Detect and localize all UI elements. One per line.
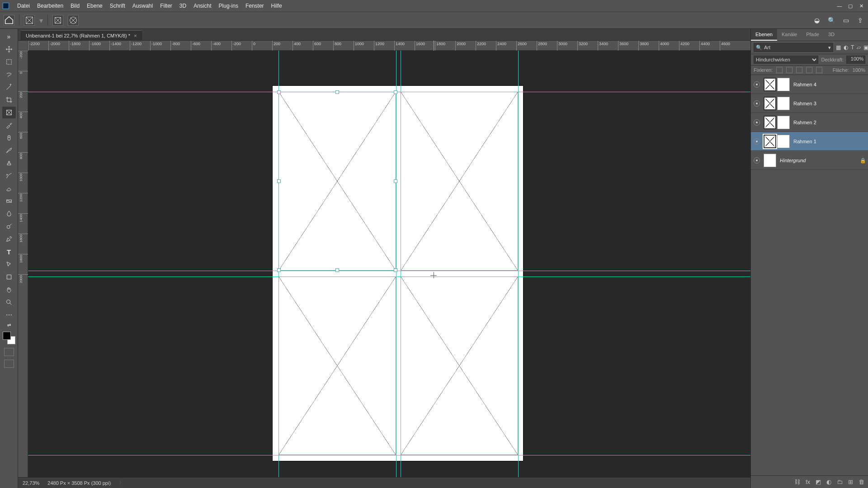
brush-tool[interactable]	[2, 145, 16, 156]
selection-handle[interactable]	[277, 90, 281, 94]
lasso-tool[interactable]	[2, 69, 16, 80]
layer-frame-thumb[interactable]	[764, 78, 776, 91]
frame-ellipse-icon[interactable]	[68, 15, 79, 26]
lock-all-icon[interactable]	[816, 67, 822, 73]
clone-stamp-tool[interactable]	[2, 157, 16, 169]
search-icon[interactable]: 🔍	[827, 16, 835, 24]
fill-value[interactable]: 100%	[853, 67, 865, 73]
layer-content-thumb[interactable]	[777, 116, 790, 129]
guide-vertical[interactable]	[396, 51, 396, 477]
home-button[interactable]	[4, 15, 14, 26]
collapse-tools-icon[interactable]: »	[2, 31, 16, 42]
blur-tool[interactable]	[2, 208, 16, 220]
crop-tool[interactable]	[2, 94, 16, 106]
layer-name[interactable]: Rahmen 3	[793, 101, 865, 106]
dodge-tool[interactable]	[2, 221, 16, 232]
layer-row[interactable]: Rahmen 2	[751, 113, 868, 132]
healing-brush-tool[interactable]	[2, 132, 16, 144]
layer-visibility-toggle[interactable]	[754, 100, 760, 107]
filter-shape-icon[interactable]: ▱	[857, 44, 861, 51]
path-selection-tool[interactable]	[2, 258, 16, 270]
layer-content-thumb[interactable]	[777, 135, 790, 148]
share-icon[interactable]: ⇪	[856, 16, 864, 24]
lock-transparency-icon[interactable]	[776, 67, 783, 73]
edit-toolbar-icon[interactable]: ⋯	[2, 309, 16, 321]
magic-wand-tool[interactable]	[2, 81, 16, 93]
layer-visibility-toggle[interactable]	[754, 81, 760, 88]
blend-mode-select[interactable]: Hindurchwirken	[754, 56, 818, 64]
guide-vertical[interactable]	[518, 51, 519, 477]
history-brush-tool[interactable]	[2, 170, 16, 182]
layer-group-icon[interactable]: 🗀	[837, 479, 843, 485]
horizontal-ruler[interactable]: -2200-2000-1800-1600-1400-1200-1000-800-…	[28, 41, 750, 51]
panel-tab-kanäle[interactable]: Kanäle	[777, 29, 802, 41]
selection-handle[interactable]	[335, 90, 339, 94]
menu-bearbeiten[interactable]: Bearbeiten	[33, 0, 67, 12]
selection-handle[interactable]	[277, 268, 281, 272]
layer-name[interactable]: Hintergrund	[780, 158, 856, 163]
new-layer-icon[interactable]: ⊞	[848, 479, 853, 485]
type-tool[interactable]: T	[2, 246, 16, 258]
selection-handle[interactable]	[394, 90, 397, 94]
menu-ebene[interactable]: Ebene	[83, 0, 106, 12]
viewport[interactable]	[28, 51, 750, 477]
layer-visibility-toggle[interactable]	[754, 138, 760, 145]
adjustment-layer-icon[interactable]: ◐	[826, 479, 831, 485]
quickmask-toggle[interactable]	[4, 348, 14, 356]
menu-datei[interactable]: Datei	[14, 0, 33, 12]
window-maximize-button[interactable]: ▢	[846, 3, 854, 9]
selection-handle[interactable]	[394, 179, 397, 183]
layer-filter-kind[interactable]	[764, 45, 826, 50]
menu-fenster[interactable]: Fenster	[242, 0, 268, 12]
status-zoom[interactable]: 22,73%	[23, 480, 39, 486]
swap-colors-icon[interactable]: ⇄	[2, 322, 16, 328]
layer-row[interactable]: Rahmen 3	[751, 94, 868, 113]
frame-placeholder[interactable]	[401, 277, 518, 455]
filter-type-icon[interactable]: T	[851, 44, 854, 51]
menu-auswahl[interactable]: Auswahl	[129, 0, 156, 12]
move-tool[interactable]	[2, 43, 16, 55]
eyedropper-tool[interactable]	[2, 119, 16, 131]
layer-name[interactable]: Rahmen 2	[793, 120, 865, 125]
selection-handle[interactable]	[394, 268, 397, 272]
zoom-tool[interactable]	[2, 296, 16, 308]
layer-frame-thumb[interactable]	[764, 116, 776, 129]
panel-tab-3d[interactable]: 3D	[824, 29, 839, 41]
panel-tab-ebenen[interactable]: Ebenen	[751, 29, 777, 41]
layer-row[interactable]: Hintergrund🔒	[751, 151, 868, 170]
lock-position-icon[interactable]	[796, 67, 802, 73]
layer-name[interactable]: Rahmen 4	[793, 82, 865, 87]
layer-filter-dropdown[interactable]: 🔍 ▾	[754, 43, 833, 52]
guide-horizontal[interactable]	[28, 455, 750, 455]
layer-name[interactable]: Rahmen 1	[793, 139, 865, 144]
frame-rect-icon[interactable]	[52, 15, 63, 26]
selection-handle[interactable]	[335, 268, 339, 272]
layer-visibility-toggle[interactable]	[754, 119, 760, 126]
eraser-tool[interactable]	[2, 183, 16, 194]
marquee-tool[interactable]	[2, 56, 16, 68]
layer-visibility-toggle[interactable]	[754, 157, 760, 164]
filter-smart-icon[interactable]: ▣	[863, 44, 868, 51]
menu-schrift[interactable]: Schrift	[106, 0, 129, 12]
layer-content-thumb[interactable]	[777, 97, 790, 110]
layer-content-thumb[interactable]	[777, 78, 790, 91]
guide-horizontal[interactable]	[28, 271, 750, 271]
layer-mask-icon[interactable]: ◩	[816, 479, 821, 485]
filter-pixel-icon[interactable]: ▦	[836, 44, 841, 51]
vertical-ruler[interactable]: -200020040060080010001200140016001800200…	[18, 51, 28, 477]
frame-tool[interactable]	[2, 107, 16, 118]
frame-placeholder[interactable]	[401, 92, 518, 271]
menu-filter[interactable]: Filter	[156, 0, 176, 12]
close-tab-icon[interactable]: ×	[134, 33, 137, 38]
delete-layer-icon[interactable]: 🗑	[859, 479, 864, 485]
link-layers-icon[interactable]: ⛓	[794, 479, 800, 485]
document-tab[interactable]: Unbenannt-1 bei 22,7% (Rahmen 1, CMYK/8)…	[21, 30, 142, 40]
layer-thumb[interactable]	[764, 154, 776, 167]
screenmode-toggle[interactable]	[4, 360, 14, 368]
layer-frame-thumb[interactable]	[764, 135, 776, 148]
filter-adjust-icon[interactable]: ◐	[844, 44, 848, 51]
shape-tool[interactable]	[2, 271, 16, 283]
pen-tool[interactable]	[2, 233, 16, 245]
panel-tab-pfade[interactable]: Pfade	[802, 29, 824, 41]
layer-fx-icon[interactable]: fx	[806, 479, 810, 485]
